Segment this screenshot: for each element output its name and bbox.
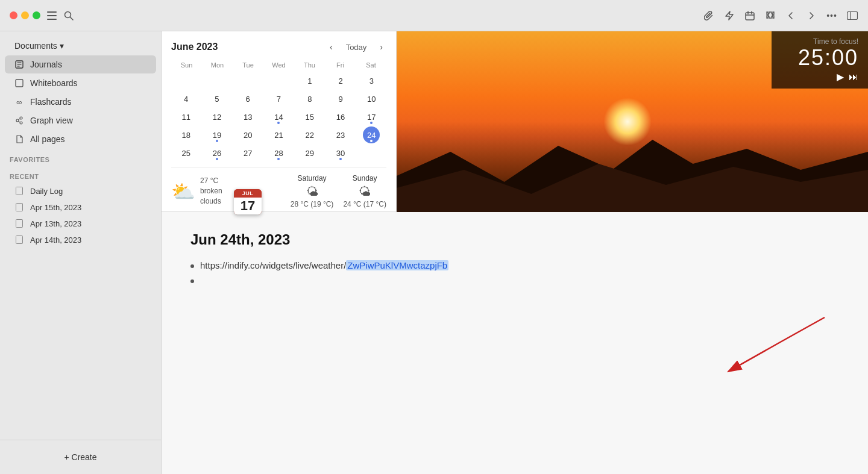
weather-sunday: Sunday 🌤 24 °C (17 °C) bbox=[343, 174, 386, 208]
journals-icon bbox=[14, 60, 24, 69]
weekday-wed: Wed bbox=[263, 60, 294, 70]
calendar-day-18[interactable]: 18 bbox=[178, 126, 195, 143]
calendar-icon[interactable] bbox=[744, 10, 756, 22]
traffic-lights bbox=[10, 11, 40, 19]
calendar-day-7[interactable]: 7 bbox=[270, 90, 287, 107]
calendar-day-8[interactable]: 8 bbox=[301, 90, 318, 107]
calendar-header: June 2023 ‹ Today › bbox=[171, 41, 386, 53]
focus-next-btn[interactable]: ⏭ bbox=[849, 71, 858, 83]
focus-label: Time to focus! bbox=[781, 37, 858, 46]
calendar-day-5[interactable]: 5 bbox=[209, 90, 225, 107]
calendar-day-25[interactable]: 25 bbox=[178, 145, 195, 161]
calendar-day-28[interactable]: 28 bbox=[270, 145, 287, 161]
calendar-day-21[interactable]: 21 bbox=[270, 126, 287, 143]
weekday-mon: Mon bbox=[202, 60, 233, 70]
svg-line-19 bbox=[19, 119, 20, 120]
calendar-day-27[interactable]: 27 bbox=[239, 145, 256, 161]
calendar-day-10[interactable]: 10 bbox=[363, 90, 380, 107]
sunset-widget: Time to focus! 25:00 ▶ ⏭ bbox=[397, 31, 868, 212]
calendar-today-btn[interactable]: Today bbox=[341, 42, 372, 53]
recent-item-dailylog[interactable]: Daily Log bbox=[5, 183, 156, 199]
calendar-day-12[interactable]: 12 bbox=[209, 108, 225, 125]
calendar-grid: Sun Mon Tue Wed Thu Fri Sat 123456789101… bbox=[171, 60, 386, 161]
calendar-day-26[interactable]: 26 bbox=[209, 145, 225, 161]
cal-badge-day: 17 bbox=[234, 198, 262, 214]
sidebar-documents-dropdown[interactable]: Documents ▾ bbox=[5, 37, 156, 55]
calendar-widget: June 2023 ‹ Today › Sun Mon Tue Wed Thu … bbox=[162, 31, 397, 212]
doc-bullet-1: https://indify.co/widgets/live/weather/Z… bbox=[190, 260, 675, 270]
calendar-day-14[interactable]: 14 bbox=[270, 108, 287, 125]
calendar-day-17[interactable]: 17 bbox=[363, 108, 380, 125]
svg-point-16 bbox=[16, 119, 19, 122]
flashcards-icon: ∞ bbox=[14, 97, 24, 107]
sidebar-item-whiteboards[interactable]: Whiteboards bbox=[5, 74, 156, 92]
cal-date-badge: JUL 17 bbox=[234, 189, 262, 214]
titlebar: ••• bbox=[0, 0, 868, 31]
puzzle-icon[interactable] bbox=[764, 10, 776, 22]
titlebar-left bbox=[10, 10, 74, 21]
forward-icon[interactable] bbox=[805, 10, 817, 22]
calendar-day-empty-0 bbox=[178, 72, 195, 89]
calendar-prev-btn[interactable]: ‹ bbox=[326, 41, 336, 53]
lightning-icon[interactable] bbox=[723, 10, 735, 22]
sidebar-toggle-icon[interactable] bbox=[846, 10, 858, 22]
sidebar-item-journals[interactable]: Journals bbox=[5, 55, 156, 73]
doc-bullet-1-text: https://indify.co/widgets/live/weather/Z… bbox=[200, 260, 448, 270]
calendar-day-13[interactable]: 13 bbox=[239, 108, 256, 125]
more-icon[interactable]: ••• bbox=[826, 10, 838, 22]
calendar-day-23[interactable]: 23 bbox=[332, 126, 349, 143]
recent-item-apr13-label: Apr 13th, 2023 bbox=[30, 219, 81, 228]
svg-rect-9 bbox=[848, 11, 858, 19]
page-icon-apr14 bbox=[14, 235, 24, 245]
calendar-day-19[interactable]: 19 bbox=[209, 126, 225, 143]
create-button[interactable]: + Create bbox=[10, 447, 151, 467]
maximize-button[interactable] bbox=[33, 11, 40, 19]
calendar-next-btn[interactable]: › bbox=[376, 41, 386, 53]
calendar-day-15[interactable]: 15 bbox=[301, 108, 318, 125]
close-button[interactable] bbox=[10, 11, 17, 19]
calendar-day-24[interactable]: 24 bbox=[363, 126, 380, 143]
calendar-day-11[interactable]: 11 bbox=[178, 108, 195, 125]
sidebar-nav: Documents ▾ Journals bbox=[0, 31, 161, 440]
weekday-tue: Tue bbox=[233, 60, 263, 70]
hamburger-icon[interactable] bbox=[46, 10, 57, 21]
minimize-button[interactable] bbox=[21, 11, 29, 19]
calendar-month-title: June 2023 bbox=[171, 42, 218, 52]
weather-sat-temp: 28 °C (19 °C) bbox=[291, 200, 334, 208]
svg-rect-23 bbox=[16, 220, 23, 228]
sidebar-item-graph[interactable]: Graph view bbox=[5, 111, 156, 129]
calendar-day-empty-1 bbox=[209, 72, 225, 89]
attachment-icon[interactable] bbox=[703, 10, 715, 22]
calendar-day-30[interactable]: 30 bbox=[332, 145, 349, 161]
calendar-day-22[interactable]: 22 bbox=[301, 126, 318, 143]
calendar-day-2[interactable]: 2 bbox=[332, 72, 349, 89]
calendar-day-4[interactable]: 4 bbox=[178, 90, 195, 107]
calendar-day-empty-2 bbox=[239, 72, 256, 89]
calendar-nav: ‹ Today › bbox=[326, 41, 386, 53]
recent-item-apr15[interactable]: Apr 15th, 2023 bbox=[5, 199, 156, 215]
back-icon[interactable] bbox=[785, 10, 797, 22]
calendar-day-20[interactable]: 20 bbox=[239, 126, 256, 143]
weather-section: ⛅ 27 °C brokenclouds Saturday 🌤 28 °C (1… bbox=[171, 167, 386, 208]
focus-time: 25:00 bbox=[781, 47, 858, 69]
svg-rect-1 bbox=[47, 15, 57, 16]
svg-line-4 bbox=[71, 17, 74, 20]
allpages-icon bbox=[14, 134, 24, 144]
sidebar-item-allpages[interactable]: All pages bbox=[5, 130, 156, 148]
calendar-weekdays: Sun Mon Tue Wed Thu Fri Sat bbox=[171, 60, 386, 70]
calendar-day-3[interactable]: 3 bbox=[363, 72, 380, 89]
recent-item-apr14[interactable]: Apr 14th, 2023 bbox=[5, 232, 156, 248]
calendar-day-16[interactable]: 16 bbox=[332, 108, 349, 125]
calendar-day-29[interactable]: 29 bbox=[301, 145, 318, 161]
search-icon[interactable] bbox=[63, 10, 74, 21]
weekday-sun: Sun bbox=[171, 60, 202, 70]
calendar-day-1[interactable]: 1 bbox=[301, 72, 318, 89]
recent-item-apr13[interactable]: Apr 13th, 2023 bbox=[5, 216, 156, 231]
weather-sat-label: Saturday bbox=[291, 174, 334, 182]
calendar-day-6[interactable]: 6 bbox=[239, 90, 256, 107]
sidebar-item-flashcards[interactable]: ∞ Flashcards bbox=[5, 93, 156, 111]
main-layout: Documents ▾ Journals bbox=[0, 31, 868, 474]
focus-play-btn[interactable]: ▶ bbox=[837, 71, 844, 83]
calendar-day-9[interactable]: 9 bbox=[332, 90, 349, 107]
bullet-dot-1 bbox=[190, 264, 194, 268]
